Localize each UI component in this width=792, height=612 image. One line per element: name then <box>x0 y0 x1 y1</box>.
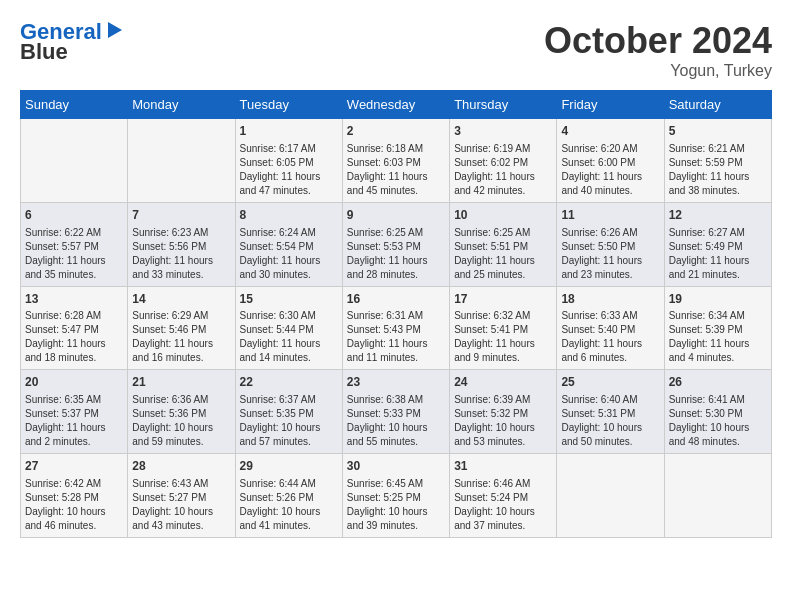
day-number: 12 <box>669 207 767 224</box>
calendar-cell: 25Sunrise: 6:40 AM Sunset: 5:31 PM Dayli… <box>557 370 664 454</box>
day-number: 24 <box>454 374 552 391</box>
title-block: October 2024 Yogun, Turkey <box>544 20 772 80</box>
day-number: 28 <box>132 458 230 475</box>
calendar-cell: 27Sunrise: 6:42 AM Sunset: 5:28 PM Dayli… <box>21 454 128 538</box>
day-info: Sunrise: 6:22 AM Sunset: 5:57 PM Dayligh… <box>25 226 123 282</box>
day-number: 4 <box>561 123 659 140</box>
calendar-cell: 1Sunrise: 6:17 AM Sunset: 6:05 PM Daylig… <box>235 119 342 203</box>
week-row-2: 6Sunrise: 6:22 AM Sunset: 5:57 PM Daylig… <box>21 202 772 286</box>
day-info: Sunrise: 6:37 AM Sunset: 5:35 PM Dayligh… <box>240 393 338 449</box>
day-info: Sunrise: 6:45 AM Sunset: 5:25 PM Dayligh… <box>347 477 445 533</box>
calendar-cell: 30Sunrise: 6:45 AM Sunset: 5:25 PM Dayli… <box>342 454 449 538</box>
calendar-header: SundayMondayTuesdayWednesdayThursdayFrid… <box>21 91 772 119</box>
day-number: 14 <box>132 291 230 308</box>
day-number: 16 <box>347 291 445 308</box>
calendar-cell: 9Sunrise: 6:25 AM Sunset: 5:53 PM Daylig… <box>342 202 449 286</box>
week-row-5: 27Sunrise: 6:42 AM Sunset: 5:28 PM Dayli… <box>21 454 772 538</box>
day-info: Sunrise: 6:23 AM Sunset: 5:56 PM Dayligh… <box>132 226 230 282</box>
day-number: 8 <box>240 207 338 224</box>
day-info: Sunrise: 6:24 AM Sunset: 5:54 PM Dayligh… <box>240 226 338 282</box>
header-day-saturday: Saturday <box>664 91 771 119</box>
day-info: Sunrise: 6:38 AM Sunset: 5:33 PM Dayligh… <box>347 393 445 449</box>
day-number: 27 <box>25 458 123 475</box>
calendar-cell: 2Sunrise: 6:18 AM Sunset: 6:03 PM Daylig… <box>342 119 449 203</box>
calendar-cell: 5Sunrise: 6:21 AM Sunset: 5:59 PM Daylig… <box>664 119 771 203</box>
day-info: Sunrise: 6:30 AM Sunset: 5:44 PM Dayligh… <box>240 309 338 365</box>
logo-text-blue: Blue <box>20 40 68 64</box>
header-day-friday: Friday <box>557 91 664 119</box>
week-row-3: 13Sunrise: 6:28 AM Sunset: 5:47 PM Dayli… <box>21 286 772 370</box>
day-number: 5 <box>669 123 767 140</box>
calendar-cell: 10Sunrise: 6:25 AM Sunset: 5:51 PM Dayli… <box>450 202 557 286</box>
calendar-table: SundayMondayTuesdayWednesdayThursdayFrid… <box>20 90 772 538</box>
calendar-cell: 19Sunrise: 6:34 AM Sunset: 5:39 PM Dayli… <box>664 286 771 370</box>
day-info: Sunrise: 6:36 AM Sunset: 5:36 PM Dayligh… <box>132 393 230 449</box>
day-number: 30 <box>347 458 445 475</box>
day-number: 1 <box>240 123 338 140</box>
calendar-cell: 16Sunrise: 6:31 AM Sunset: 5:43 PM Dayli… <box>342 286 449 370</box>
calendar-cell: 29Sunrise: 6:44 AM Sunset: 5:26 PM Dayli… <box>235 454 342 538</box>
day-number: 2 <box>347 123 445 140</box>
day-info: Sunrise: 6:21 AM Sunset: 5:59 PM Dayligh… <box>669 142 767 198</box>
day-info: Sunrise: 6:40 AM Sunset: 5:31 PM Dayligh… <box>561 393 659 449</box>
day-info: Sunrise: 6:33 AM Sunset: 5:40 PM Dayligh… <box>561 309 659 365</box>
day-info: Sunrise: 6:41 AM Sunset: 5:30 PM Dayligh… <box>669 393 767 449</box>
day-number: 10 <box>454 207 552 224</box>
day-number: 11 <box>561 207 659 224</box>
calendar-cell: 11Sunrise: 6:26 AM Sunset: 5:50 PM Dayli… <box>557 202 664 286</box>
day-number: 3 <box>454 123 552 140</box>
calendar-body: 1Sunrise: 6:17 AM Sunset: 6:05 PM Daylig… <box>21 119 772 538</box>
logo: General Blue <box>20 20 124 64</box>
day-number: 21 <box>132 374 230 391</box>
calendar-cell: 15Sunrise: 6:30 AM Sunset: 5:44 PM Dayli… <box>235 286 342 370</box>
day-number: 19 <box>669 291 767 308</box>
day-info: Sunrise: 6:43 AM Sunset: 5:27 PM Dayligh… <box>132 477 230 533</box>
calendar-cell: 21Sunrise: 6:36 AM Sunset: 5:36 PM Dayli… <box>128 370 235 454</box>
day-number: 6 <box>25 207 123 224</box>
day-info: Sunrise: 6:27 AM Sunset: 5:49 PM Dayligh… <box>669 226 767 282</box>
calendar-cell: 18Sunrise: 6:33 AM Sunset: 5:40 PM Dayli… <box>557 286 664 370</box>
day-number: 31 <box>454 458 552 475</box>
calendar-cell: 3Sunrise: 6:19 AM Sunset: 6:02 PM Daylig… <box>450 119 557 203</box>
day-info: Sunrise: 6:44 AM Sunset: 5:26 PM Dayligh… <box>240 477 338 533</box>
day-info: Sunrise: 6:39 AM Sunset: 5:32 PM Dayligh… <box>454 393 552 449</box>
day-number: 25 <box>561 374 659 391</box>
day-info: Sunrise: 6:29 AM Sunset: 5:46 PM Dayligh… <box>132 309 230 365</box>
calendar-cell: 26Sunrise: 6:41 AM Sunset: 5:30 PM Dayli… <box>664 370 771 454</box>
day-info: Sunrise: 6:20 AM Sunset: 6:00 PM Dayligh… <box>561 142 659 198</box>
calendar-cell: 4Sunrise: 6:20 AM Sunset: 6:00 PM Daylig… <box>557 119 664 203</box>
logo-arrow-icon <box>104 20 124 40</box>
header-day-tuesday: Tuesday <box>235 91 342 119</box>
week-row-1: 1Sunrise: 6:17 AM Sunset: 6:05 PM Daylig… <box>21 119 772 203</box>
day-info: Sunrise: 6:17 AM Sunset: 6:05 PM Dayligh… <box>240 142 338 198</box>
calendar-cell: 22Sunrise: 6:37 AM Sunset: 5:35 PM Dayli… <box>235 370 342 454</box>
day-info: Sunrise: 6:46 AM Sunset: 5:24 PM Dayligh… <box>454 477 552 533</box>
day-info: Sunrise: 6:35 AM Sunset: 5:37 PM Dayligh… <box>25 393 123 449</box>
svg-marker-0 <box>108 22 122 38</box>
day-number: 9 <box>347 207 445 224</box>
month-title: October 2024 <box>544 20 772 62</box>
header-day-monday: Monday <box>128 91 235 119</box>
calendar-cell: 14Sunrise: 6:29 AM Sunset: 5:46 PM Dayli… <box>128 286 235 370</box>
day-number: 17 <box>454 291 552 308</box>
day-number: 7 <box>132 207 230 224</box>
day-number: 23 <box>347 374 445 391</box>
day-info: Sunrise: 6:42 AM Sunset: 5:28 PM Dayligh… <box>25 477 123 533</box>
day-number: 29 <box>240 458 338 475</box>
calendar-cell: 20Sunrise: 6:35 AM Sunset: 5:37 PM Dayli… <box>21 370 128 454</box>
day-info: Sunrise: 6:18 AM Sunset: 6:03 PM Dayligh… <box>347 142 445 198</box>
header-day-thursday: Thursday <box>450 91 557 119</box>
day-info: Sunrise: 6:25 AM Sunset: 5:51 PM Dayligh… <box>454 226 552 282</box>
day-number: 13 <box>25 291 123 308</box>
day-number: 26 <box>669 374 767 391</box>
day-info: Sunrise: 6:19 AM Sunset: 6:02 PM Dayligh… <box>454 142 552 198</box>
calendar-cell: 23Sunrise: 6:38 AM Sunset: 5:33 PM Dayli… <box>342 370 449 454</box>
calendar-cell: 24Sunrise: 6:39 AM Sunset: 5:32 PM Dayli… <box>450 370 557 454</box>
calendar-cell <box>664 454 771 538</box>
calendar-cell: 28Sunrise: 6:43 AM Sunset: 5:27 PM Dayli… <box>128 454 235 538</box>
day-info: Sunrise: 6:26 AM Sunset: 5:50 PM Dayligh… <box>561 226 659 282</box>
calendar-cell: 8Sunrise: 6:24 AM Sunset: 5:54 PM Daylig… <box>235 202 342 286</box>
day-info: Sunrise: 6:34 AM Sunset: 5:39 PM Dayligh… <box>669 309 767 365</box>
calendar-cell: 6Sunrise: 6:22 AM Sunset: 5:57 PM Daylig… <box>21 202 128 286</box>
day-info: Sunrise: 6:31 AM Sunset: 5:43 PM Dayligh… <box>347 309 445 365</box>
